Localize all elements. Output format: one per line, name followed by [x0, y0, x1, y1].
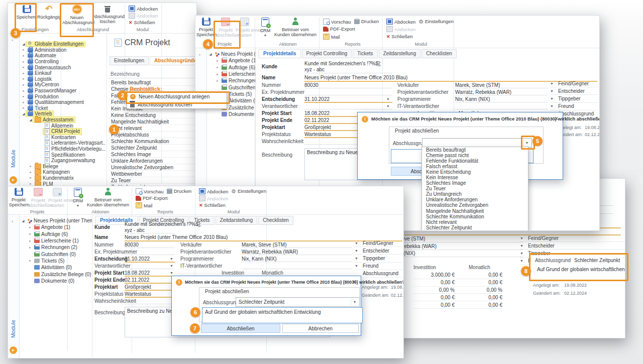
- collapse-chevron-icon[interactable]: ›: [12, 38, 13, 43]
- tree-expander-icon[interactable]: [21, 48, 26, 52]
- caretaker-button[interactable]: Betreuer vom Kunden übernehmen: [86, 188, 130, 207]
- dropdown-arrow-icon[interactable]: ▼: [550, 89, 555, 93]
- relation-row[interactable]: ▼Feind/Gegner: [550, 80, 598, 87]
- dropdown-option[interactable]: Chemie passt nicht: [422, 153, 528, 158]
- combo-arrow-icon[interactable]: ▼: [351, 299, 358, 305]
- module-orange-icon[interactable]: ▸: [10, 176, 17, 184]
- dropdown-option[interactable]: Bereits beauftragt: [422, 147, 528, 153]
- tree-expander-icon[interactable]: [208, 52, 213, 56]
- entscheidung-value[interactable]: 31.10.2022: [125, 256, 150, 262]
- tree-item[interactable]: Spezifikationen: [21, 152, 105, 158]
- settings-button[interactable]: ⚙Einstellungen: [231, 188, 266, 194]
- undock-button[interactable]: Abdocken: [129, 6, 158, 12]
- tab[interactable]: Projekt Controlling: [302, 49, 352, 58]
- tree-item[interactable]: Gutschriften (0): [208, 84, 255, 90]
- verkaeufer-value[interactable]: Marek, Steve (STM): [455, 82, 500, 88]
- investition-cell[interactable]: 0,00 €: [413, 302, 455, 308]
- tree-item[interactable]: Angebote (1): [208, 57, 255, 64]
- tree-item[interactable]: Lieferscheine (1): [208, 71, 255, 77]
- monatlich-cell[interactable]: 0,00 €: [455, 302, 502, 308]
- tree-item[interactable]: Rechnungen (2): [21, 244, 92, 251]
- tree-expander-icon[interactable]: [215, 79, 220, 83]
- tree-expander-icon[interactable]: [21, 94, 26, 98]
- tab[interactable]: Projektdetails: [259, 49, 301, 58]
- monatlich-cell[interactable]: 0,00 €: [455, 280, 502, 285]
- tree-item[interactable]: Administration: [21, 47, 105, 53]
- dropdown-option[interactable]: Kein Interesse: [422, 175, 528, 180]
- dropdown-option[interactable]: Mangelnde Nachhaltigkeit: [422, 208, 528, 214]
- relation-row[interactable]: ▼Tippgeber: [355, 255, 402, 262]
- settings-button[interactable]: ⚙Einstellungen: [418, 19, 454, 24]
- projekt-ende-value[interactable]: 02.11.2022: [125, 277, 149, 283]
- pdf-export-button[interactable]: PDF-Export: [136, 195, 168, 201]
- tree-expander-icon[interactable]: [21, 54, 26, 58]
- undo-button[interactable]: ↶ Rückgängig: [37, 5, 60, 20]
- tree-item[interactable]: Zugangsverwaltung: [21, 158, 105, 164]
- relation-row[interactable]: ▼Feind/Gegner: [520, 234, 625, 242]
- tree-expander-icon[interactable]: [21, 89, 26, 93]
- delete-close-reason-button[interactable]: Abschlussgrund löschen: [92, 5, 123, 24]
- investition-cell[interactable]: 0,00 €: [413, 280, 455, 285]
- tree-expander-icon[interactable]: [28, 232, 33, 236]
- tree-item[interactable]: Angebote (1): [21, 224, 92, 230]
- dropdown-option[interactable]: Unrealistische Zeitvorgaben: [422, 202, 528, 208]
- dropdown-option[interactable]: Nicht relevant: [422, 219, 528, 225]
- relation-row[interactable]: ▼Freund: [355, 263, 402, 270]
- dropdown-option[interactable]: Schlechte Kommunikation: [422, 214, 528, 219]
- dropdown-option[interactable]: Zu Teuer: [422, 186, 528, 191]
- tree-item[interactable]: Belege: [21, 163, 105, 169]
- monatlich-cell[interactable]: 0,00 €: [455, 272, 502, 278]
- tree-item[interactable]: Aktivitäten (0): [21, 264, 92, 271]
- tree-expander-icon[interactable]: [21, 71, 26, 75]
- module-orange-icon[interactable]: ▸: [10, 346, 17, 354]
- tree-item[interactable]: Aufträge (6): [21, 231, 92, 237]
- tree-item[interactable]: Dokumente (0): [21, 278, 92, 284]
- projekt-start-value[interactable]: 18.08.2022: [304, 110, 330, 116]
- projektart-value[interactable]: Großprojekt: [304, 125, 331, 130]
- dropdown-arrow-icon[interactable]: ▼: [355, 249, 360, 253]
- tree-expander-icon[interactable]: [28, 246, 33, 250]
- entscheidung-value[interactable]: 31.10.2022: [304, 96, 330, 102]
- project-close-button[interactable]: Projekt abschließen: [28, 188, 48, 208]
- preview-button[interactable]: Vorschau: [323, 19, 351, 25]
- kunde-value-line2[interactable]: xyz - abc: [304, 67, 325, 72]
- dropdown-option[interactable]: Schlechtes Image: [422, 180, 528, 186]
- save-button[interactable]: Speichern: [16, 5, 37, 20]
- combo-arrow-icon[interactable]: ▼: [523, 140, 530, 146]
- programmierer-value[interactable]: Nix, Kann (NIX): [242, 256, 276, 262]
- dropdown-arrow-icon[interactable]: ▼: [170, 271, 173, 275]
- dropdown-arrow-icon[interactable]: ▼: [550, 82, 555, 85]
- nummer-value[interactable]: 80030: [304, 82, 318, 88]
- abschliessen-button[interactable]: Abschließen: [201, 324, 280, 333]
- abschlussgrund-value[interactable]: Schlechter Zeitpunkt: [574, 258, 620, 263]
- preview-button[interactable]: Vorschau: [136, 188, 164, 194]
- project-close-button[interactable]: Projekt abschließen: [216, 18, 236, 38]
- tree-item[interactable]: Einkauf: [21, 70, 105, 76]
- tree-item[interactable]: Ticket: [21, 105, 105, 111]
- dropdown-arrow-icon[interactable]: ▼: [386, 104, 390, 108]
- close-reason-row[interactable]: Keine Entscheidung: [109, 112, 196, 118]
- tree-expander-icon[interactable]: [21, 77, 26, 81]
- projektverantwortlicher-value[interactable]: Warratz, Rebekka (WAR): [455, 89, 511, 95]
- collapse-chevron-icon[interactable]: ›: [199, 52, 200, 57]
- tree-expander-icon[interactable]: [21, 112, 26, 116]
- tree-item[interactable]: Rechnungen (2): [208, 77, 255, 84]
- tree-item[interactable]: MyCentron: [21, 82, 105, 88]
- dropdown-option[interactable]: Schlechter Zeitpunkt: [422, 225, 528, 230]
- tree-item[interactable]: Lieferscheine (1): [21, 237, 92, 244]
- tab[interactable]: Abschlussgründe: [150, 56, 197, 65]
- abbrechen-button[interactable]: Abbrechen: [282, 324, 359, 333]
- dropdown-option[interactable]: Zu Umfangreich: [422, 191, 528, 197]
- tab[interactable]: Einstellungen: [110, 56, 149, 65]
- tree-item[interactable]: Neues Projekt (unter Theme Office...: [21, 217, 92, 224]
- projektstatus-value[interactable]: Wartestatus: [304, 132, 331, 137]
- tree-item[interactable]: Lieferanten-Vertragsart...: [21, 140, 105, 146]
- projektart-value[interactable]: Großprojekt: [125, 284, 151, 290]
- tab[interactable]: Zeitdarstellung: [216, 216, 258, 225]
- project-restart-button[interactable]: Projekt erneut starten: [236, 18, 254, 38]
- close-reason-row[interactable]: Mangelnde Nachhaltigkeit: [109, 118, 196, 125]
- tree-item[interactable]: Allgemein: [21, 123, 105, 129]
- dropdown-arrow-icon[interactable]: ▼: [520, 259, 525, 263]
- kunde-value-line2[interactable]: xyz - abc: [125, 227, 145, 233]
- relation-row[interactable]: ▼Entscheider: [355, 247, 402, 255]
